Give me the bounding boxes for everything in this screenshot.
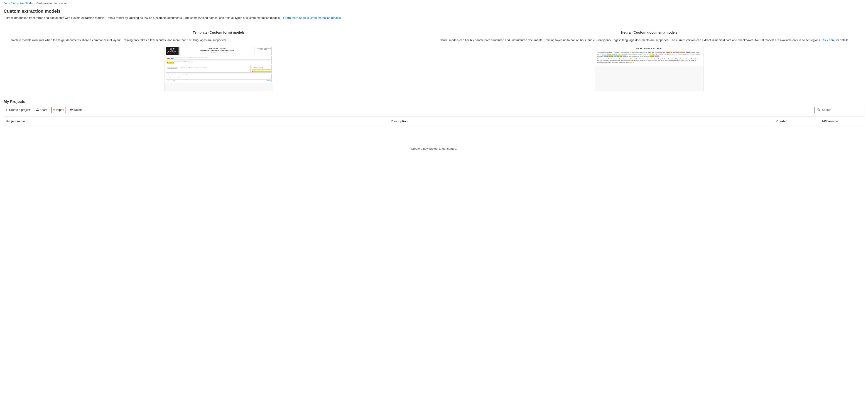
template-model-column: Template (Custom form) models Template m… bbox=[4, 26, 434, 96]
projects-toolbar: ＋ Create a project Share ⎋ Import 🗑 Dele… bbox=[4, 107, 864, 113]
breadcrumb: Form Recognizer Studio > Custom extracti… bbox=[0, 0, 868, 7]
neural-model-description: Neural models can flexibly handle both s… bbox=[440, 38, 859, 42]
plus-icon: ＋ bbox=[5, 108, 8, 112]
neural-model-column: Neural (Custom document) models Neural m… bbox=[434, 26, 865, 96]
sort-icon: ↓ bbox=[788, 120, 789, 122]
column-created[interactable]: Created ↓ bbox=[774, 119, 819, 124]
template-model-image: W-9 Form Rev. October 2018 Department of… bbox=[164, 46, 273, 91]
template-model-description: Template models work well when the targe… bbox=[9, 38, 429, 42]
neural-model-title: Neural (Custom document) models bbox=[440, 30, 859, 34]
page-header: Custom extraction models Extract informa… bbox=[0, 7, 868, 23]
template-model-image-container: W-9 Form Rev. October 2018 Department of… bbox=[9, 46, 429, 91]
page-description: Extract information from forms and docum… bbox=[4, 16, 864, 20]
delete-icon: 🗑 bbox=[70, 108, 73, 112]
search-icon: 🔍 bbox=[817, 108, 820, 112]
projects-section: My Projects ＋ Create a project Share ⎋ I… bbox=[0, 96, 868, 171]
neural-model-image-container: HOUSE RENTAL AGREEMENT This House Rental… bbox=[440, 46, 859, 91]
template-model-title: Template (Custom form) models bbox=[9, 30, 429, 34]
table-empty-message: Create a new project to get started. bbox=[4, 126, 864, 171]
import-button[interactable]: ⎋ Import bbox=[52, 107, 66, 113]
breadcrumb-parent[interactable]: Form Recognizer Studio bbox=[4, 2, 33, 5]
projects-table: Project name Description Created ↓ API V… bbox=[4, 117, 864, 171]
projects-title: My Projects bbox=[4, 99, 864, 104]
page-title: Custom extraction models bbox=[4, 9, 864, 14]
delete-button[interactable]: 🗑 Delete bbox=[68, 107, 84, 113]
learn-more-link[interactable]: Learn more about custom extraction model… bbox=[283, 16, 341, 20]
share-button[interactable]: Share bbox=[34, 107, 49, 113]
neural-model-image: HOUSE RENTAL AGREEMENT This House Rental… bbox=[595, 46, 704, 91]
click-here-link[interactable]: Click here bbox=[822, 38, 835, 42]
breadcrumb-current: Custom extraction model bbox=[36, 2, 66, 5]
column-project-name: Project name bbox=[4, 119, 389, 124]
search-box: 🔍 bbox=[814, 107, 864, 113]
create-project-button[interactable]: ＋ Create a project bbox=[4, 107, 32, 113]
share-icon bbox=[36, 108, 39, 112]
models-section: Template (Custom form) models Template m… bbox=[4, 26, 864, 96]
column-description: Description bbox=[389, 119, 774, 124]
breadcrumb-separator: > bbox=[34, 2, 35, 5]
table-header: Project name Description Created ↓ API V… bbox=[4, 117, 864, 126]
search-input[interactable] bbox=[822, 108, 862, 112]
import-icon: ⎋ bbox=[53, 108, 55, 112]
column-api-version: API Version bbox=[819, 119, 864, 124]
